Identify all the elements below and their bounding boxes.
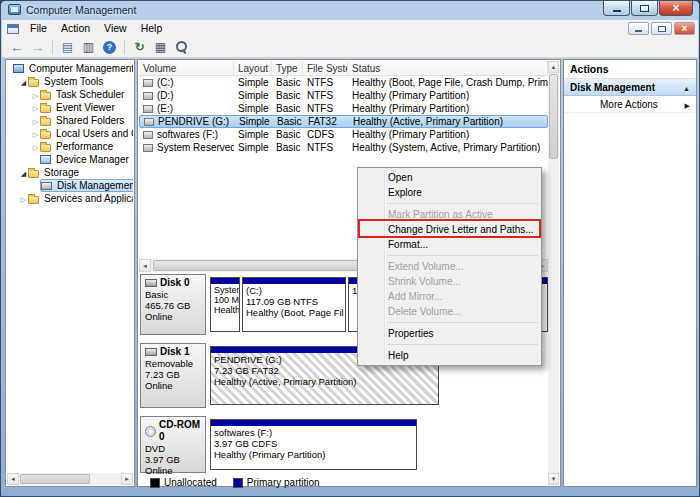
tree-item-label: Computer Management (Local) [26, 62, 133, 75]
disk1-header[interactable]: Disk 1 Removable 7.23 GB Online [140, 343, 206, 408]
cell-status: Healthy (Primary Partition) [348, 90, 548, 101]
scroll-right-button[interactable] [121, 473, 133, 485]
table-row-selected[interactable]: PENDRIVE (G:) Simple Basic FAT32 Healthy… [139, 115, 548, 128]
toolbar [2, 37, 698, 58]
collapse-icon[interactable] [683, 82, 690, 93]
export-list-icon[interactable] [79, 39, 98, 56]
collapse-icon[interactable] [19, 166, 28, 180]
computer-management-window: Computer Management File Action View Hel… [0, 0, 700, 497]
tree-item-label: Event Viewer [53, 101, 118, 114]
caption-buttons [602, 1, 693, 16]
menu-file[interactable]: File [23, 20, 54, 37]
table-row[interactable]: (D:) Simple Basic NTFS Healthy (Primary … [139, 89, 548, 102]
tree-horizontal-scrollbar[interactable] [7, 473, 133, 485]
tree-item-task-scheduler[interactable]: Task Scheduler [7, 88, 133, 101]
menu-item-properties[interactable]: Properties [358, 326, 541, 341]
menu-help[interactable]: Help [134, 20, 170, 37]
collapse-icon[interactable] [19, 75, 28, 89]
tree-item-disk-management[interactable]: Disk Management [7, 179, 133, 192]
table-row[interactable]: (E:) Simple Basic NTFS Healthy (Primary … [139, 102, 548, 115]
tree-item-services-and-applications[interactable]: Services and Applications [7, 192, 133, 205]
cell-volume: PENDRIVE (G:) [158, 116, 229, 127]
folder-icon [28, 170, 39, 178]
column-header-file-system[interactable]: File System [303, 61, 348, 75]
column-header-status[interactable]: Status [348, 61, 548, 75]
child-minimize-button[interactable] [628, 22, 649, 35]
column-header-layout[interactable]: Layout [234, 61, 272, 75]
legend-primary-partition: Primary partition [233, 477, 320, 488]
disk0-header[interactable]: Disk 0 Basic 465.76 GB Online [140, 274, 206, 335]
tree-item-local-users-and-groups[interactable]: Local Users and Groups [7, 127, 133, 140]
expand-icon[interactable] [31, 88, 40, 102]
console-tree-pane: Computer Management (Local) System Tools… [5, 59, 135, 487]
actions-group-disk-management[interactable]: Disk Management [564, 79, 696, 96]
table-row[interactable]: (C:) Simple Basic NTFS Healthy (Boot, Pa… [139, 76, 548, 89]
expand-icon[interactable] [31, 127, 40, 141]
disk-properties-icon[interactable] [151, 39, 170, 56]
maximize-button[interactable] [631, 1, 658, 16]
scroll-up-button[interactable] [548, 61, 559, 73]
refresh-icon[interactable] [130, 39, 149, 56]
expand-icon[interactable] [19, 192, 28, 206]
expand-icon[interactable] [31, 114, 40, 128]
scroll-left-button[interactable] [139, 259, 151, 272]
forward-icon[interactable] [28, 39, 47, 56]
tree-item-shared-folders[interactable]: Shared Folders [7, 114, 133, 127]
child-close-button[interactable] [674, 22, 695, 35]
menu-view[interactable]: View [97, 20, 134, 37]
help-icon[interactable] [103, 41, 116, 54]
tree-item-storage[interactable]: Storage [7, 166, 133, 179]
partition-system[interactable]: System 100 MB Healthy [210, 277, 240, 332]
back-icon[interactable] [7, 39, 26, 56]
close-button[interactable] [659, 1, 693, 16]
tree-item-device-manager[interactable]: Device Manager [7, 153, 133, 166]
vertical-scrollbar[interactable] [548, 61, 559, 485]
cell-layout: Simple [234, 142, 272, 153]
menu-action[interactable]: Action [54, 20, 97, 37]
column-header-volume[interactable]: Volume [139, 61, 234, 75]
scrollbar-thumb[interactable] [20, 474, 90, 484]
cell-volume: softwares (F:) [157, 129, 218, 140]
menu-item-shrink-volume: Shrink Volume... [358, 274, 541, 289]
scroll-left-button[interactable] [7, 473, 19, 485]
console-tree-icon[interactable] [58, 39, 77, 56]
scrollbar-thumb[interactable] [153, 260, 363, 271]
device-manager-icon [40, 155, 51, 164]
legend-unallocated: Unallocated [150, 477, 217, 488]
cdrom0-header[interactable]: CD-ROM 0 DVD 3.97 GB Online [140, 416, 206, 473]
menu-item-help[interactable]: Help [358, 348, 541, 363]
partition-softwares[interactable]: softwares (F:) 3.97 GB CDFS Healthy (Pri… [210, 419, 417, 470]
window-icon [8, 4, 21, 15]
minimize-button[interactable] [603, 1, 630, 16]
column-header-type[interactable]: Type [272, 61, 303, 75]
tree-item-computer-management[interactable]: Computer Management (Local) [7, 62, 133, 75]
disk-status: Online [145, 380, 201, 391]
tree-item-event-viewer[interactable]: Event Viewer [7, 101, 133, 114]
menu-item-format[interactable]: Format... [358, 237, 541, 252]
expand-icon[interactable] [31, 101, 40, 115]
expand-icon[interactable] [31, 140, 40, 154]
disk-kind: DVD [145, 443, 201, 454]
scroll-down-button[interactable] [548, 473, 559, 485]
disk-size: 7.23 GB [145, 369, 201, 380]
more-actions-item[interactable]: More Actions [564, 96, 696, 113]
tree-item-label: Storage [41, 166, 82, 179]
tree-item-system-tools[interactable]: System Tools [7, 75, 133, 88]
cell-file-system: NTFS [303, 103, 348, 114]
scrollbar-thumb[interactable] [549, 74, 558, 159]
menu-item-explore[interactable]: Explore [358, 185, 541, 200]
table-row[interactable]: softwares (F:) Simple Basic CDFS Healthy… [139, 128, 548, 141]
disk-status: Online [145, 311, 201, 322]
partition-label: (C:) [246, 285, 342, 296]
menu-item-open[interactable]: Open [358, 170, 541, 185]
cdrom-icon [145, 426, 156, 437]
menu-separator [387, 255, 538, 256]
tree-item-label: Task Scheduler [53, 88, 127, 101]
folder-icon [40, 131, 51, 139]
partition-c[interactable]: (C:) 117.09 GB NTFS Healthy (Boot, Page … [242, 277, 346, 332]
find-icon[interactable] [172, 39, 191, 56]
cell-file-system: NTFS [303, 90, 348, 101]
table-row[interactable]: System Reserved (H:) Simple Basic NTFS H… [139, 141, 548, 154]
tree-item-performance[interactable]: Performance [7, 140, 133, 153]
child-restore-button[interactable] [651, 22, 672, 35]
